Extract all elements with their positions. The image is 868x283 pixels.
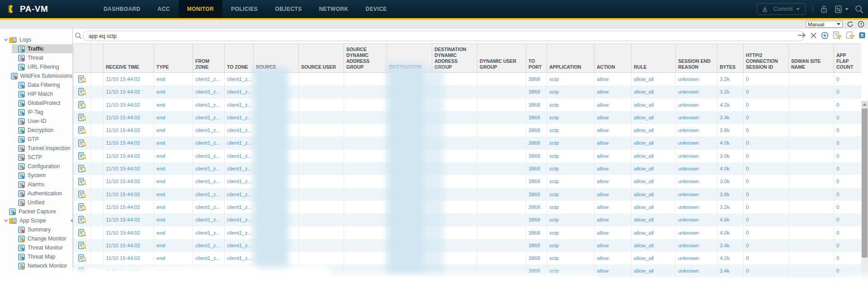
log-table-row[interactable]: 11/10 15:44:02endclient1_z...client1_z..… bbox=[74, 137, 861, 149]
sidebar-item-traffic[interactable]: Traffic bbox=[0, 44, 72, 53]
log-table-row[interactable]: 11/10 15:44:02endclient1_z...client1_z..… bbox=[74, 278, 861, 283]
clear-filter-icon[interactable] bbox=[810, 32, 817, 39]
nav-item-policies[interactable]: POLICIES bbox=[222, 0, 266, 18]
column-header-http2-connection-session-id[interactable]: HTTP/2 CONNECTION SESSION ID bbox=[744, 44, 789, 72]
export-csv-icon[interactable] bbox=[859, 32, 865, 38]
nav-item-objects[interactable]: OBJECTS bbox=[266, 0, 310, 18]
sidebar-item-globalprotect[interactable]: GlobalProtect bbox=[0, 99, 72, 108]
global-search-icon[interactable] bbox=[855, 5, 863, 14]
sidebar-item-hip-match[interactable]: HIP Match bbox=[0, 90, 72, 99]
vertical-scrollbar[interactable] bbox=[861, 101, 868, 283]
log-detail-icon[interactable] bbox=[78, 267, 86, 275]
sidebar-item-user-id[interactable]: User-ID bbox=[0, 117, 72, 126]
save-filter-icon[interactable] bbox=[833, 31, 842, 39]
nav-item-monitor[interactable]: MONITOR bbox=[179, 0, 222, 18]
log-detail-icon[interactable] bbox=[78, 280, 86, 283]
log-detail-icon[interactable] bbox=[78, 88, 86, 96]
nav-item-dashboard[interactable]: DASHBOARD bbox=[95, 0, 149, 18]
sidebar-item-wildfire-submissions[interactable]: WildFire Submissions bbox=[0, 71, 72, 80]
sidebar-item-ip-tag[interactable]: IP-Tag bbox=[0, 108, 72, 117]
log-detail-icon[interactable] bbox=[78, 190, 86, 198]
log-detail-icon[interactable] bbox=[78, 101, 86, 109]
column-header-app-flap-count[interactable]: APP FLAP COUNT bbox=[834, 44, 861, 72]
log-detail-icon[interactable] bbox=[78, 113, 86, 122]
sidebar-item-url-filtering[interactable]: URL Filtering bbox=[0, 62, 72, 71]
column-header-rule[interactable]: RULE bbox=[632, 44, 676, 72]
column-header-application[interactable]: APPLICATION bbox=[547, 44, 594, 72]
column-header-flags[interactable] bbox=[91, 44, 104, 72]
log-detail-icon[interactable] bbox=[78, 178, 86, 186]
refresh-mode-select[interactable]: Manual bbox=[806, 21, 843, 28]
nav-item-acc[interactable]: ACC bbox=[149, 0, 179, 18]
column-header-receive-time[interactable]: RECEIVE TIME bbox=[104, 44, 154, 72]
log-detail-icon[interactable] bbox=[78, 229, 86, 237]
column-header-action[interactable]: ACTION bbox=[594, 44, 632, 72]
task-manager-icon[interactable] bbox=[835, 5, 849, 14]
sidebar-item-network-monitor[interactable]: Network Monitor bbox=[0, 261, 72, 270]
sidebar-item-decryption[interactable]: Decryption bbox=[0, 126, 72, 135]
unlock-icon[interactable] bbox=[820, 5, 828, 14]
sidebar-item-data-filtering[interactable]: Data Filtering bbox=[0, 80, 72, 90]
sidebar-item-system[interactable]: System bbox=[0, 171, 72, 180]
log-detail-icon[interactable] bbox=[78, 241, 86, 250]
log-table-row[interactable]: 11/10 15:44:02endclient1_z...client1_z..… bbox=[74, 201, 861, 213]
log-detail-icon[interactable] bbox=[78, 216, 86, 224]
sidebar-item-app-scope[interactable]: App Scope bbox=[0, 216, 72, 225]
sidebar-item-threat-map[interactable]: Threat Map bbox=[0, 252, 72, 261]
log-table-row[interactable]: 11/10 15:44:02endclient1_z...client1_z..… bbox=[74, 175, 861, 188]
nav-item-device[interactable]: DEVICE bbox=[357, 0, 396, 18]
log-table-row[interactable]: 11/10 15:44:02endclient1_z...client1_z..… bbox=[74, 124, 861, 137]
log-table-row[interactable]: 11/10 15:44:02endclient1_z...client1_z..… bbox=[74, 188, 861, 201]
column-header-dynamic-user-group[interactable]: DYNAMIC USER GROUP bbox=[477, 44, 526, 72]
log-detail-icon[interactable] bbox=[78, 165, 86, 173]
nav-item-network[interactable]: NETWORK bbox=[311, 0, 357, 18]
tree-expand-icon[interactable] bbox=[3, 218, 9, 223]
log-table-row[interactable]: 11/10 15:44:02endclient1_z...client1_z..… bbox=[74, 150, 861, 162]
sidebar-item-sctp[interactable]: SCTP bbox=[0, 153, 72, 162]
log-detail-icon[interactable] bbox=[78, 203, 86, 211]
column-header-sdwan-site-name[interactable]: SDWAN SITE NAME bbox=[789, 44, 834, 72]
column-header-to-zone[interactable]: TO ZONE bbox=[225, 44, 254, 72]
log-table-row[interactable]: 11/10 15:44:02endclient1_z...client1_z..… bbox=[74, 111, 861, 124]
column-header-type[interactable]: TYPE bbox=[154, 44, 193, 72]
column-header-destination[interactable]: DESTINATION bbox=[387, 44, 432, 72]
log-table-row[interactable]: 11/10 15:44:02endclient1_z...client1_z..… bbox=[74, 213, 861, 226]
log-detail-icon[interactable] bbox=[78, 126, 86, 134]
log-detail-icon[interactable] bbox=[78, 254, 86, 262]
sidebar-item-packet-capture[interactable]: Packet Capture bbox=[0, 207, 72, 216]
apply-filter-icon[interactable] bbox=[797, 32, 806, 38]
column-header-source-user[interactable]: SOURCE USER bbox=[299, 44, 344, 72]
tree-expand-icon[interactable] bbox=[3, 38, 9, 42]
sidebar-item-gtp[interactable]: GTP bbox=[0, 135, 72, 144]
commit-button[interactable]: Commit bbox=[757, 3, 806, 15]
log-detail-icon[interactable] bbox=[78, 139, 86, 147]
sidebar-item-configuration[interactable]: Configuration bbox=[0, 162, 72, 171]
column-header-detail[interactable] bbox=[74, 44, 91, 72]
column-header-destination-dag[interactable]: DESTINATION DYNAMIC ADDRESS GROUP bbox=[432, 44, 477, 72]
log-filter-input[interactable] bbox=[83, 31, 805, 41]
add-filter-icon[interactable] bbox=[821, 32, 829, 39]
sidebar-item-summary[interactable]: Summary bbox=[0, 225, 72, 234]
scrollbar-thumb[interactable] bbox=[862, 108, 868, 258]
log-table-row[interactable]: 11/10 15:44:02endclient1_z...client1_z..… bbox=[74, 252, 861, 264]
log-table-row[interactable]: 11/10 15:44:02endclient1_z...client1_z..… bbox=[74, 99, 861, 111]
help-icon[interactable]: ? bbox=[858, 21, 864, 28]
pane-collapse-icon[interactable] bbox=[71, 218, 73, 223]
column-header-bytes[interactable]: BYTES bbox=[717, 44, 744, 72]
sidebar-item-authentication[interactable]: Authentication bbox=[0, 189, 72, 198]
sidebar-item-tunnel-inspection[interactable]: Tunnel Inspection bbox=[0, 144, 72, 153]
log-table-row[interactable]: 11/10 15:44:02endclient1_z...client1_z..… bbox=[74, 85, 861, 98]
sidebar-item-change-monitor[interactable]: Change Monitor bbox=[0, 234, 72, 243]
log-table-row[interactable]: 11/10 15:44:02endclient1_z...client1_z..… bbox=[74, 162, 861, 175]
log-detail-icon[interactable] bbox=[78, 152, 86, 160]
sidebar-item-alarms[interactable]: Alarms bbox=[0, 180, 72, 189]
sidebar-item-logs[interactable]: Logs bbox=[0, 35, 72, 44]
column-header-source-dag[interactable]: SOURCE DYNAMIC ADDRESS GROUP bbox=[344, 44, 387, 72]
column-header-from-zone[interactable]: FROM ZONE bbox=[193, 44, 225, 72]
sidebar-item-threat[interactable]: Threat bbox=[0, 53, 72, 62]
load-filter-icon[interactable] bbox=[846, 31, 855, 39]
column-header-to-port[interactable]: TO PORT bbox=[526, 44, 547, 72]
column-header-session-end-reason[interactable]: SESSION END REASON bbox=[676, 44, 717, 72]
log-table-row[interactable]: 11/10 15:44:02endclient1_z...client1_z..… bbox=[74, 264, 861, 277]
log-detail-icon[interactable] bbox=[78, 75, 86, 83]
